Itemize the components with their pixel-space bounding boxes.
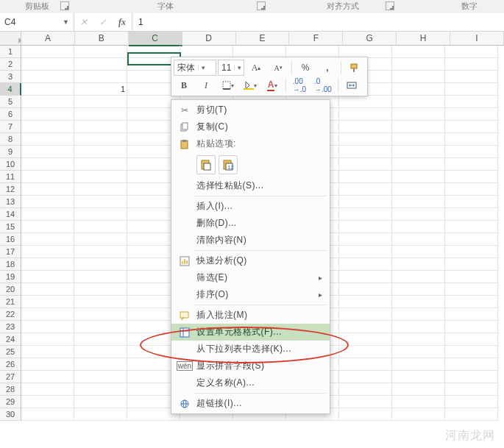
row-header[interactable]: 4: [0, 83, 21, 96]
select-all-corner[interactable]: [0, 32, 21, 46]
font-size-combo[interactable]: 11▾: [218, 60, 244, 76]
cell[interactable]: [21, 158, 74, 171]
cell[interactable]: [445, 271, 498, 283]
cell[interactable]: [339, 271, 392, 283]
cell[interactable]: [445, 333, 498, 346]
cell[interactable]: [21, 233, 74, 246]
col-header-D[interactable]: D: [182, 32, 236, 46]
cell[interactable]: [339, 208, 392, 221]
cell[interactable]: [339, 308, 392, 321]
cell[interactable]: [392, 158, 445, 171]
cell[interactable]: [74, 321, 127, 333]
row-header[interactable]: 19: [0, 271, 21, 283]
row-header[interactable]: 29: [0, 396, 21, 408]
row-header[interactable]: 28: [0, 383, 21, 396]
cell[interactable]: [21, 121, 74, 133]
row-header[interactable]: 21: [0, 296, 21, 308]
row-header[interactable]: 5: [0, 96, 21, 108]
col-header-G[interactable]: G: [343, 32, 397, 46]
row-header[interactable]: 20: [0, 283, 21, 296]
cell[interactable]: [392, 96, 445, 108]
cell[interactable]: [392, 321, 445, 333]
cell[interactable]: [445, 96, 498, 108]
cell[interactable]: [21, 96, 74, 108]
cell[interactable]: [392, 196, 445, 208]
menu-hyperlink[interactable]: 超链接(I)...: [171, 395, 330, 412]
chevron-down-icon[interactable]: ▼: [63, 18, 69, 26]
decrease-font-icon[interactable]: A▾: [268, 60, 288, 76]
cell[interactable]: [21, 371, 74, 383]
cell[interactable]: [392, 83, 445, 96]
cell[interactable]: [74, 108, 127, 121]
cell[interactable]: [445, 221, 498, 233]
row-header[interactable]: 13: [0, 196, 21, 208]
cell[interactable]: [339, 246, 392, 258]
cell[interactable]: [339, 158, 392, 171]
fx-icon[interactable]: fx: [113, 17, 132, 28]
cell[interactable]: [74, 283, 127, 296]
cell[interactable]: [445, 296, 498, 308]
cell[interactable]: [74, 196, 127, 208]
cell[interactable]: [74, 121, 127, 133]
cell[interactable]: [339, 133, 392, 146]
align-launcher-icon[interactable]: [386, 1, 394, 10]
cell[interactable]: [21, 346, 74, 358]
menu-copy[interactable]: 复制(C): [171, 118, 330, 135]
paste-option-values[interactable]: 123: [219, 155, 238, 174]
row-header[interactable]: 17: [0, 246, 21, 258]
row-header[interactable]: 6: [0, 108, 21, 121]
cell[interactable]: 1: [74, 83, 127, 96]
clipboard-launcher-icon[interactable]: [60, 1, 69, 10]
cell[interactable]: [21, 71, 74, 83]
cell[interactable]: [74, 271, 127, 283]
cell[interactable]: [392, 171, 445, 183]
cell[interactable]: [339, 221, 392, 233]
cell[interactable]: [445, 321, 498, 333]
col-header-E[interactable]: E: [236, 32, 290, 46]
menu-delete[interactable]: 删除(D)...: [171, 215, 330, 232]
row-header[interactable]: 16: [0, 233, 21, 246]
cell[interactable]: [392, 71, 445, 83]
cell[interactable]: [21, 383, 74, 396]
cell[interactable]: [392, 308, 445, 321]
cell[interactable]: [392, 58, 445, 71]
cancel-icon[interactable]: ✕: [74, 17, 93, 28]
menu-define-name[interactable]: 定义名称(A)...: [171, 374, 330, 391]
cell[interactable]: [21, 408, 74, 421]
cell[interactable]: [74, 246, 127, 258]
cell[interactable]: [392, 271, 445, 283]
cell[interactable]: [21, 83, 74, 96]
cell[interactable]: [445, 371, 498, 383]
cell[interactable]: [392, 358, 445, 371]
cell[interactable]: [392, 233, 445, 246]
cell[interactable]: [445, 208, 498, 221]
cell[interactable]: [392, 133, 445, 146]
menu-quick-analysis[interactable]: 快速分析(Q): [171, 252, 330, 269]
cell[interactable]: [339, 408, 392, 421]
cell[interactable]: [339, 96, 392, 108]
menu-insert[interactable]: 插入(I)...: [171, 198, 330, 215]
cell[interactable]: [339, 196, 392, 208]
cell[interactable]: [21, 296, 74, 308]
cell[interactable]: [392, 333, 445, 346]
cell[interactable]: [392, 371, 445, 383]
merge-center-icon[interactable]: [341, 77, 362, 93]
cell[interactable]: [74, 396, 127, 408]
font-launcher-icon[interactable]: [257, 1, 266, 10]
cell[interactable]: [392, 246, 445, 258]
col-header-C[interactable]: C: [129, 32, 182, 46]
row-header[interactable]: 9: [0, 146, 21, 158]
cell[interactable]: [339, 346, 392, 358]
cell[interactable]: [445, 383, 498, 396]
cell[interactable]: [74, 71, 127, 83]
cell[interactable]: [445, 121, 498, 133]
cell[interactable]: [74, 133, 127, 146]
bold-button[interactable]: B: [174, 77, 194, 93]
menu-show-pinyin[interactable]: wén显示拼音字段(S): [171, 358, 330, 374]
cell[interactable]: [21, 396, 74, 408]
cell[interactable]: [74, 208, 127, 221]
cell[interactable]: [21, 271, 74, 283]
cell[interactable]: [21, 183, 74, 196]
font-name-combo[interactable]: 宋体▾: [174, 60, 216, 76]
cell[interactable]: [392, 296, 445, 308]
